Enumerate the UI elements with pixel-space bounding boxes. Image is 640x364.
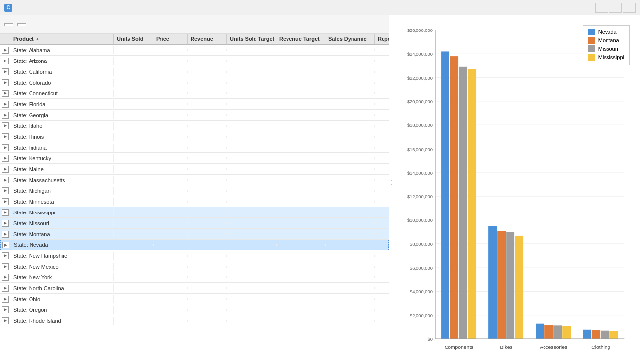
col-header-revenue-target[interactable]: Revenue Target [276,34,325,44]
table-row[interactable]: ▶State: Missouri [0,218,389,229]
row-expander[interactable]: ▶ [0,122,10,129]
table-row[interactable]: ▶State: Mississippi [0,207,389,218]
table-row[interactable]: ▶State: Connecticut [0,88,389,99]
table-row[interactable]: ▶State: California [0,66,389,77]
row-expander[interactable]: ▶ [0,177,10,183]
col-header-sales-dynamic[interactable]: Sales Dynamic [325,34,375,44]
table-row[interactable]: ▶State: Montana [0,229,389,240]
col-header-units-sold[interactable]: Units Sold [114,34,153,44]
row-expander[interactable]: ▶ [0,220,10,227]
row-cell-price [153,60,188,62]
table-row[interactable]: ▶State: Minnesota [0,196,389,207]
row-cell-sales-dynamic [325,92,375,94]
row-expander[interactable]: ▶ [0,198,10,205]
row-cell-units-sold [114,222,153,224]
table-row[interactable]: ▶State: Colorado [0,77,389,88]
col-header-product[interactable]: Product ▲ [10,34,114,44]
row-expander[interactable]: ▶ [0,133,10,140]
table-row[interactable]: ▶State: Kentucky [0,153,389,164]
table-row[interactable]: ▶State: Georgia [0,110,389,121]
row-cell-sales-dynamic [325,266,375,268]
minimize-button[interactable] [595,3,608,13]
table-row[interactable]: ▶State: Rhode Island [0,315,389,326]
legend-label: Montana [598,37,619,43]
row-expander[interactable]: ▶ [0,47,10,54]
row-expander[interactable]: ▶ [0,285,10,292]
row-expander[interactable]: ▶ [0,296,10,303]
grid-body[interactable]: ▶State: Alabama ▶State: Arizona ▶State: … [0,45,389,364]
table-row[interactable]: ▶State: Oregon [0,304,389,315]
table-row[interactable]: ▶State: Florida [0,99,389,110]
row-expander[interactable]: ▶ [0,79,10,86]
table-row[interactable]: ▶State: New Mexico [0,261,389,272]
state-dropdown[interactable] [4,23,13,26]
table-row[interactable]: ▶State: Michigan [0,185,389,196]
table-row[interactable]: ▶State: Nevada [0,240,389,250]
table-row[interactable]: ▶State: New Hampshire [0,250,389,261]
row-cell-revenue [188,136,227,138]
table-row[interactable]: ▶State: Arizona [0,56,389,66]
row-cell-sales-dynamic [325,49,375,51]
row-cell-product: State: Arizona [10,57,114,65]
row-expander[interactable]: ▶ [0,187,10,194]
row-cell-revenue-target [276,276,325,278]
row-cell-price [153,114,188,116]
row-cell-sales-dynamic [325,233,375,235]
row-cell-sales-dynamic [325,60,375,62]
row-expander[interactable]: ▶ [0,166,10,173]
row-cell-units-sold [114,201,153,203]
table-row[interactable]: ▶State: Massachusetts [0,175,389,185]
col-units-sold-target-label: Units Sold Target [230,36,274,42]
row-cell-product: State: Michigan [10,187,114,195]
table-row[interactable]: ▶State: Indiana [0,142,389,153]
row-cell-units-sold [114,179,153,181]
row-expander[interactable]: ▶ [0,252,10,259]
row-expander[interactable]: ▶ [0,144,10,151]
row-cell-sales-dynamic [325,82,375,84]
category-dropdown[interactable] [17,23,26,26]
row-expander[interactable]: ▶ [0,155,10,162]
row-cell-report-date [375,320,389,322]
svg-text:Accessories: Accessories [540,344,567,350]
row-expander[interactable]: ▶ [0,101,10,108]
svg-rect-30 [459,67,467,339]
row-expander[interactable]: ▶ [0,263,10,270]
row-cell-product: State: Indiana [10,144,114,152]
table-row[interactable]: ▶State: North Carolina [0,283,389,294]
main-window: C [0,0,640,364]
table-row[interactable]: ▶State: Illinois [0,131,389,142]
row-cell-revenue [188,125,227,127]
row-expander[interactable]: ▶ [0,112,10,119]
row-expander[interactable]: ▶ [0,209,10,216]
row-cell-revenue-target [276,147,325,149]
table-row[interactable]: ▶State: Maine [0,164,389,175]
row-cell-report-date [375,287,389,289]
row-expander[interactable]: ▶ [0,231,10,238]
table-row[interactable]: ▶State: Alabama [0,45,389,56]
close-button[interactable] [623,3,636,13]
maximize-button[interactable] [609,3,622,13]
row-expander[interactable]: ▶ [0,68,10,75]
row-expander[interactable]: ▶ [0,317,10,324]
row-cell-revenue [188,60,227,62]
col-header-revenue[interactable]: Revenue [188,34,227,44]
row-cell-report-date [375,136,389,138]
col-header-price[interactable]: Price [153,34,188,44]
row-cell-units-sold-target [227,71,276,73]
table-row[interactable]: ▶State: New York [0,272,389,283]
col-header-units-sold-target[interactable]: Units Sold Target [227,34,276,44]
row-expander[interactable]: ▶ [0,58,10,64]
table-row[interactable]: ▶State: Idaho [0,121,389,131]
row-cell-product: State: New York [10,273,114,281]
row-expander[interactable]: ▶ [0,90,10,97]
row-expander[interactable]: ▶ [1,242,11,248]
row-cell-product: State: Colorado [10,79,114,87]
row-cell-sales-dynamic [326,244,375,246]
row-expander[interactable]: ▶ [0,306,10,313]
row-cell-sales-dynamic [325,287,375,289]
row-cell-units-sold-target [227,320,276,322]
table-row[interactable]: ▶State: Ohio [0,294,389,304]
row-cell-report-date [375,190,389,192]
row-expander[interactable]: ▶ [0,274,10,281]
legend-item: Missouri [588,45,624,52]
